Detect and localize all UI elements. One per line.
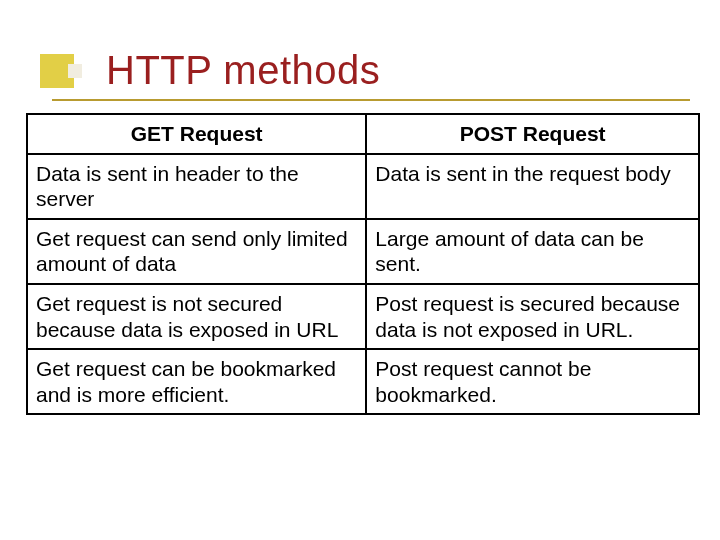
title-underline [52, 99, 690, 101]
cell-post: Post request cannot be bookmarked. [366, 349, 699, 414]
cell-get: Data is sent in header to the server [27, 154, 366, 219]
cell-post: Post request is secured because data is … [366, 284, 699, 349]
table-row: Get request can send only limited amount… [27, 219, 699, 284]
cell-get: Get request can send only limited amount… [27, 219, 366, 284]
comparison-table: GET Request POST Request Data is sent in… [26, 113, 700, 415]
title-area: HTTP methods [50, 48, 680, 93]
slide: HTTP methods GET Request POST Request Da… [0, 0, 720, 540]
cell-get: Get request can be bookmarked and is mor… [27, 349, 366, 414]
cell-get: Get request is not secured because data … [27, 284, 366, 349]
table-header-row: GET Request POST Request [27, 114, 699, 154]
col-header-get: GET Request [27, 114, 366, 154]
cell-post: Data is sent in the request body [366, 154, 699, 219]
page-title: HTTP methods [50, 48, 680, 93]
table-row: Data is sent in header to the server Dat… [27, 154, 699, 219]
table-row: Get request can be bookmarked and is mor… [27, 349, 699, 414]
comparison-table-wrap: GET Request POST Request Data is sent in… [26, 113, 700, 415]
cell-post: Large amount of data can be sent. [366, 219, 699, 284]
table-row: Get request is not secured because data … [27, 284, 699, 349]
col-header-post: POST Request [366, 114, 699, 154]
